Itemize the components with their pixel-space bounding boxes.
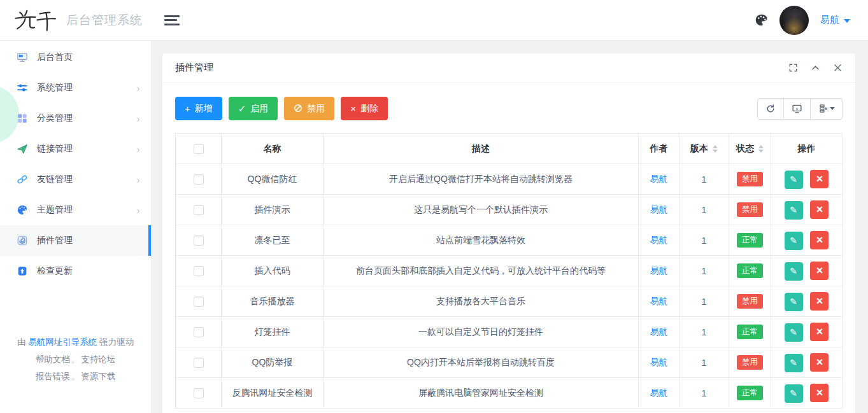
sidebar-item-7[interactable]: 检查更新: [0, 256, 151, 286]
row-checkbox[interactable]: [194, 388, 204, 398]
edit-button[interactable]: ✎: [785, 323, 803, 342]
delete-row-button[interactable]: ×: [810, 170, 829, 188]
report-error-link[interactable]: 报告错误: [36, 372, 70, 381]
edit-button[interactable]: ✎: [785, 232, 803, 250]
grid-icon: [17, 113, 28, 124]
author-link[interactable]: 易航: [650, 357, 668, 367]
powered-link[interactable]: 易航网址引导系统: [28, 337, 97, 347]
sidebar: 后台首页系统管理›分类管理›链接管理›友链管理›主题管理›插件管理检查更新 由 …: [0, 41, 152, 413]
chevron-right-icon: ›: [137, 204, 139, 216]
theme-palette-icon[interactable]: [755, 13, 768, 27]
user-menu[interactable]: 易航: [820, 14, 850, 26]
col-header-desc: 描述: [324, 134, 639, 164]
sidebar-item-0[interactable]: 后台首页: [0, 42, 151, 73]
row-checkbox[interactable]: [194, 235, 204, 246]
sidebar-item-2[interactable]: 分类管理›: [0, 103, 151, 134]
row-checkbox[interactable]: [194, 327, 204, 337]
row-checkbox[interactable]: [194, 358, 204, 368]
table-tools: [757, 98, 843, 120]
top-bar: 后台管理系统 易航: [0, 0, 868, 41]
ban-icon: [294, 104, 302, 114]
add-button[interactable]: +新增: [175, 97, 222, 120]
status-badge: 禁用: [737, 202, 763, 216]
sidebar-item-label: 分类管理: [37, 113, 137, 124]
author-link[interactable]: 易航: [650, 296, 668, 306]
menu-toggle-icon[interactable]: [164, 14, 181, 27]
columns-filter-button[interactable]: [811, 98, 843, 120]
sidebar-item-4[interactable]: 友链管理›: [0, 164, 151, 195]
edit-button[interactable]: ✎: [785, 354, 803, 372]
close-icon[interactable]: [833, 63, 843, 73]
col-header-ops: 操作: [771, 134, 843, 164]
plugin-version: 1: [679, 256, 729, 286]
author-link[interactable]: 易航: [650, 326, 668, 337]
logo-mark-icon: [14, 8, 60, 32]
action-toolbar: +新增 ✓启用 禁用 ×删除: [175, 97, 843, 120]
edit-button[interactable]: ✎: [785, 171, 803, 189]
chevron-right-icon: ›: [137, 81, 139, 94]
collapse-icon[interactable]: [811, 63, 820, 73]
pencil-icon: ✎: [790, 388, 797, 398]
help-doc-link[interactable]: 帮助文档: [36, 354, 70, 364]
delete-button[interactable]: ×删除: [341, 97, 388, 120]
author-link[interactable]: 易航: [650, 265, 668, 276]
row-checkbox[interactable]: [194, 297, 204, 307]
plugin-version: 1: [679, 378, 729, 409]
author-link[interactable]: 易航: [650, 235, 668, 245]
fullscreen-icon[interactable]: [788, 63, 798, 73]
enable-button[interactable]: ✓启用: [229, 97, 278, 120]
row-checkbox[interactable]: [194, 174, 204, 185]
sidebar-item-label: 链接管理: [37, 143, 137, 155]
delete-row-button[interactable]: ×: [810, 231, 829, 249]
sort-icon[interactable]: [758, 145, 764, 153]
palette-icon: [17, 204, 28, 216]
sidebar-item-6[interactable]: 插件管理: [0, 225, 151, 256]
row-checkbox[interactable]: [194, 205, 204, 215]
resource-download-link[interactable]: 资源下载: [81, 372, 115, 381]
table-row: 反腾讯网址安全检测 屏蔽腾讯电脑管家网址安全检测 易航 1 正常 ✎ ×: [176, 378, 843, 409]
disable-button[interactable]: 禁用: [284, 97, 334, 120]
table-fullscreen-button[interactable]: [784, 98, 811, 120]
col-header-status[interactable]: 状态: [729, 134, 771, 164]
delete-row-button[interactable]: ×: [810, 353, 829, 372]
sidebar-item-1[interactable]: 系统管理›: [0, 73, 151, 103]
delete-row-button[interactable]: ×: [810, 384, 829, 402]
delete-row-button[interactable]: ×: [810, 262, 829, 280]
row-checkbox[interactable]: [194, 266, 204, 276]
sort-icon[interactable]: [713, 145, 718, 153]
edit-button[interactable]: ✎: [785, 384, 803, 403]
table-header-row: 名称 描述 作者 版本 状态 操作: [176, 134, 843, 164]
plugin-description: 支持播放各大平台音乐: [324, 286, 639, 317]
refresh-button[interactable]: [757, 98, 784, 120]
paper-plane-icon: [17, 143, 28, 155]
sidebar-item-label: 友链管理: [37, 174, 137, 185]
edit-button[interactable]: ✎: [785, 201, 803, 220]
table-row: 灯笼挂件 一款可以自定义节日的灯笼挂件 易航 1 正常 ✎ ×: [176, 317, 843, 347]
col-header-version[interactable]: 版本: [679, 134, 729, 164]
edit-button[interactable]: ✎: [785, 262, 803, 281]
main-content: 插件管理: [152, 41, 868, 413]
pencil-icon: ✎: [790, 297, 797, 307]
support-forum-link[interactable]: 支持论坛: [81, 354, 115, 364]
plugin-name: 插入代码: [222, 256, 324, 286]
delete-row-button[interactable]: ×: [810, 292, 829, 311]
status-badge: 禁用: [737, 355, 763, 369]
author-link[interactable]: 易航: [650, 204, 668, 214]
panel-header: 插件管理: [162, 53, 855, 83]
author-link[interactable]: 易航: [650, 388, 668, 398]
delete-row-button[interactable]: ×: [810, 323, 829, 341]
author-link[interactable]: 易航: [650, 174, 668, 184]
select-all-checkbox[interactable]: [194, 144, 204, 154]
plugin-description: 开启后通过QQ微信打开本站将自动跳转浏览器: [324, 164, 639, 195]
sidebar-item-5[interactable]: 主题管理›: [0, 195, 151, 225]
delete-row-button[interactable]: ×: [810, 200, 829, 219]
edit-button[interactable]: ✎: [785, 293, 803, 311]
avatar[interactable]: [779, 6, 809, 35]
plugin-description: 这只是易航写个一个默认插件演示: [324, 195, 639, 225]
plugin-description: 站点前端雪花飘落特效: [324, 225, 639, 256]
chevron-down-icon: [830, 107, 835, 110]
app-title: 后台管理系统: [66, 12, 143, 29]
sidebar-item-3[interactable]: 链接管理›: [0, 134, 151, 164]
pencil-icon: ✎: [790, 327, 797, 337]
sidebar-footer: 由 易航网址引导系统 强力驱动 帮助文档。支持论坛 报告错误。资源下载: [0, 333, 151, 385]
